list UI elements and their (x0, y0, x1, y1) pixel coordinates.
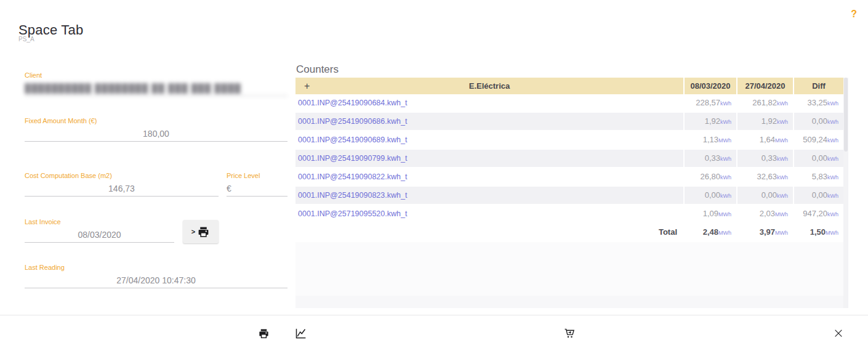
column-header-date2[interactable]: 27/04/2020 (736, 78, 793, 94)
cost-base-label: Cost Computation Base (m2) (25, 172, 219, 179)
line-chart-icon (294, 327, 307, 340)
printer-icon (258, 328, 270, 339)
chart-button[interactable] (292, 325, 309, 341)
fixed-amount-input[interactable]: 180,00 (25, 127, 287, 142)
chevron-right-icon: > (191, 228, 195, 235)
column-header-name[interactable]: E.Eléctrica (295, 78, 683, 94)
client-label: Client (25, 71, 287, 79)
vertical-scrollbar[interactable] (843, 78, 848, 308)
last-reading-label: Last Reading (25, 264, 287, 271)
field-price-level: Price Level € (227, 172, 287, 197)
table-row: 0001.INP@25419090799.kwh_t 0,33kWh 0,33k… (295, 150, 843, 168)
printer-icon (197, 225, 210, 238)
field-last-reading: Last Reading 27/04/2020 10:47:30 (25, 264, 287, 288)
field-client: Client ██████████ ████████ ██ ███ ███ ██… (25, 71, 287, 96)
client-input[interactable]: ██████████ ████████ ██ ███ ███ ████ (25, 81, 287, 96)
counter-link[interactable]: 0001.INP@25419090799.kwh_t (298, 154, 407, 163)
price-level-label: Price Level (227, 172, 287, 179)
counter-link[interactable]: 0001.INP@25419090684.kwh_t (298, 99, 407, 107)
table-row: 0001.INP@25419090684.kwh_t 228,57kWh 261… (295, 94, 843, 113)
last-reading-input[interactable]: 27/04/2020 10:47:30 (25, 274, 287, 288)
fixed-amount-label: Fixed Amount Month (€) (25, 117, 287, 124)
scrollbar-thumb[interactable] (844, 78, 848, 152)
table-row: 0001.INP@25419090686.kwh_t 1,92kWh 1,92k… (295, 113, 843, 131)
page-subtitle: PS_A (18, 36, 34, 43)
column-header-date1[interactable]: 08/03/2020 (683, 78, 736, 94)
field-fixed-amount: Fixed Amount Month (€) 180,00 (25, 117, 287, 142)
total-label: Total (295, 224, 683, 241)
help-icon[interactable]: ? (851, 9, 857, 20)
table-row: 0001.INP@25419090689.kwh_t 1,13MWh 1,64M… (295, 131, 843, 150)
column-header-diff[interactable]: Diff (793, 78, 843, 94)
horizontal-scrollbar[interactable] (295, 296, 843, 308)
counters-title: Counters (296, 63, 339, 76)
field-cost-base: Cost Computation Base (m2) 146,73 (25, 172, 219, 197)
table-row: 0001.INP@25719095520.kwh_t 1,09MWh 2,03M… (295, 205, 843, 224)
counter-link[interactable]: 0001.INP@25419090686.kwh_t (298, 117, 407, 126)
counters-table: + E.Eléctrica 08/03/2020 27/04/2020 Diff… (295, 78, 848, 308)
close-button[interactable] (830, 325, 847, 341)
last-invoice-input[interactable]: 08/03/2020 (25, 228, 174, 243)
space-tab-page: { "page": { "title": "Space Tab", "subti… (0, 0, 868, 345)
table-header-row: + E.Eléctrica 08/03/2020 27/04/2020 Diff (295, 78, 843, 94)
counter-link[interactable]: 0001.INP@25419090822.kwh_t (298, 172, 407, 181)
price-level-input[interactable]: € (227, 182, 287, 197)
field-last-invoice: Last Invoice 08/03/2020 (25, 218, 174, 243)
bottom-divider (0, 315, 868, 315)
counter-link[interactable]: 0001.INP@25719095520.kwh_t (298, 209, 407, 218)
print-button[interactable] (255, 325, 272, 341)
export-cart-button[interactable] (561, 325, 578, 341)
cost-base-input[interactable]: 146,73 (25, 182, 219, 197)
print-invoice-button[interactable]: > (183, 220, 219, 243)
counter-link[interactable]: 0001.INP@25419090689.kwh_t (298, 136, 407, 144)
counter-link[interactable]: 0001.INP@25419090823.kwh_t (298, 191, 407, 200)
table-row: 0001.INP@25419090823.kwh_t 0,00kWh 0,00k… (295, 187, 843, 205)
cart-arrow-icon (563, 327, 576, 339)
table-row: 0001.INP@25419090822.kwh_t 26,80kWh 32,6… (295, 168, 843, 187)
last-invoice-label: Last Invoice (25, 218, 174, 225)
close-icon (834, 328, 843, 338)
table-total-row: Total 2,48MWh 3,97MWh 1,50MWh (295, 224, 843, 242)
